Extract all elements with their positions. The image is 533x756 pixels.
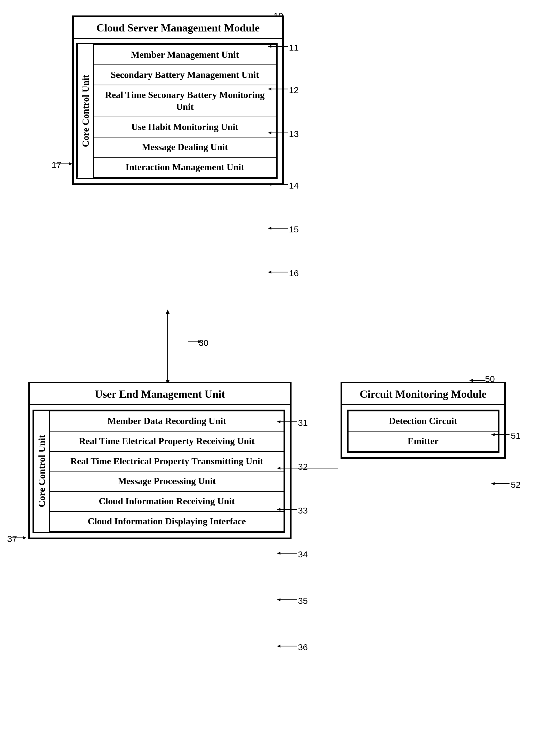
arrow-15 <box>267 226 293 231</box>
svg-marker-32 <box>277 645 280 648</box>
arrow-31 <box>276 419 302 424</box>
cloud-information-receiving-unit: Cloud Information Receiving Unit <box>49 492 284 512</box>
user-end-title: User End Management Unit <box>30 383 290 405</box>
circuit-inner: Detection Circuit Emitter <box>347 410 499 453</box>
arrow-33 <box>276 507 302 512</box>
arrow-52 <box>490 481 513 486</box>
arrow-50 <box>464 377 490 384</box>
svg-marker-28 <box>277 552 280 555</box>
cloud-server-module: Cloud Server Management Module Core Cont… <box>72 15 284 185</box>
user-end-core-control-label: Core Control Unit <box>34 411 49 532</box>
diagram-container: 10 Cloud Server Management Module Core C… <box>0 0 533 756</box>
user-end-units-column: Member Data Recording Unit Real Time Ele… <box>49 411 284 532</box>
svg-marker-24 <box>277 467 280 470</box>
message-dealing-unit: Message Dealing Unit <box>93 138 277 158</box>
svg-marker-3 <box>268 45 271 48</box>
member-data-recording-unit: Member Data Recording Unit <box>49 411 284 432</box>
arrow-16 <box>267 270 293 275</box>
vertical-arrow-cloud-user <box>160 310 176 384</box>
svg-marker-30 <box>277 598 280 601</box>
arrow-17 <box>55 161 76 166</box>
use-habit-monitoring-unit: Use Habit Monitoring Unit <box>93 117 277 138</box>
svg-marker-40 <box>491 482 494 485</box>
cloud-server-title: Cloud Server Management Module <box>74 17 282 39</box>
svg-marker-22 <box>277 420 280 423</box>
cloud-server-units-column: Member Management Unit Secondary Battery… <box>93 44 277 178</box>
arrow-36 <box>276 643 302 649</box>
arrow-37 <box>11 535 32 540</box>
svg-marker-13 <box>268 271 271 274</box>
circuit-module-title: Circuit Monitoring Module <box>342 383 504 405</box>
svg-marker-20 <box>198 340 201 343</box>
emitter-unit: Emitter <box>348 432 498 452</box>
svg-marker-34 <box>23 536 26 539</box>
cloud-information-displaying-interface: Cloud Information Displaying Interface <box>49 512 284 532</box>
arrow-11 <box>267 44 293 49</box>
core-control-unit-label: Core Control Unit <box>77 44 93 178</box>
real-time-electrical-property-transmitting-unit: Real Time Electrical Property Transmitti… <box>49 452 284 472</box>
arrow-34 <box>276 551 302 556</box>
secondary-battery-management-unit: Secondary Battery Management Unit <box>93 65 277 85</box>
cloud-server-inner: Core Control Unit Member Management Unit… <box>76 43 278 179</box>
svg-marker-7 <box>268 131 271 134</box>
arrow-35 <box>276 597 302 602</box>
arrow-51 <box>490 432 513 437</box>
user-end-module: User End Management Unit Core Control Un… <box>28 382 292 539</box>
arrow-32-from-circuit <box>276 466 343 471</box>
arrow-13 <box>267 130 293 135</box>
svg-marker-15 <box>69 162 72 165</box>
svg-marker-11 <box>268 227 271 230</box>
svg-marker-36 <box>469 379 473 382</box>
member-management-unit: Member Management Unit <box>93 44 277 65</box>
user-end-inner: Core Control Unit Member Data Recording … <box>33 410 285 533</box>
real-time-eletrical-property-receiving-unit: Real Time Eletrical Property Receiving U… <box>49 432 284 452</box>
svg-marker-5 <box>268 88 271 91</box>
svg-marker-9 <box>268 183 271 186</box>
circuit-monitoring-module: Circuit Monitoring Module Detection Circ… <box>341 382 506 459</box>
real-time-battery-monitoring-unit: Real Time Seconary Battery Monitoring Un… <box>93 85 277 118</box>
arrow-30 <box>188 339 204 344</box>
arrow-12 <box>267 86 293 92</box>
svg-marker-38 <box>491 433 494 436</box>
svg-marker-26 <box>277 508 280 511</box>
arrow-14 <box>267 182 293 187</box>
detection-circuit-unit: Detection Circuit <box>348 411 498 432</box>
message-processing-unit: Message Processing Unit <box>49 472 284 492</box>
interaction-management-unit: Interaction Management Unit <box>93 158 277 178</box>
